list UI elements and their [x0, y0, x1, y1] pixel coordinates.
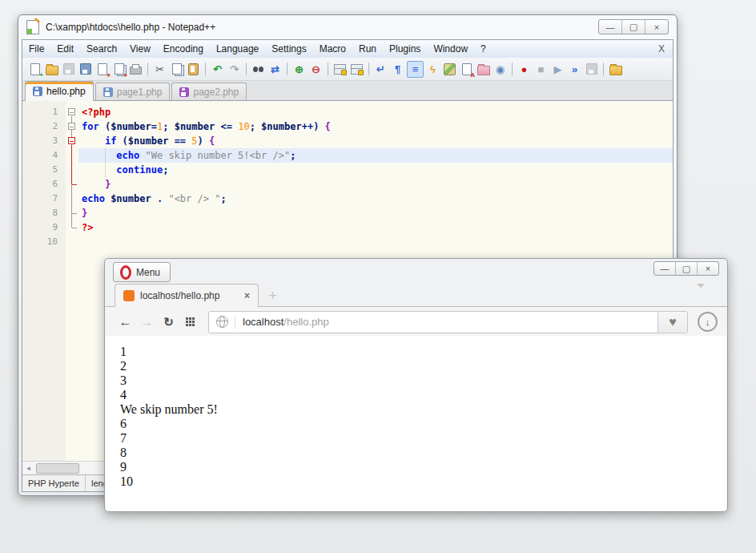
toolbar-separator: [205, 63, 206, 75]
window-controls: —▢×: [598, 19, 669, 34]
indent-guide: [105, 148, 106, 177]
code-line: echo "We skip number 5!<br />";: [82, 148, 296, 163]
paste-icon[interactable]: [186, 62, 201, 77]
folder-as-workspace-icon[interactable]: [476, 62, 491, 77]
line-number-gutter: 12345678910: [22, 101, 66, 461]
content-line: 1: [120, 345, 726, 359]
fold-collapse-icon[interactable]: [68, 123, 75, 130]
menu-item-language[interactable]: Language: [210, 40, 265, 58]
new-file-icon[interactable]: +: [27, 62, 42, 77]
download-button[interactable]: ↓: [698, 312, 718, 332]
maximize-button[interactable]: ▢: [621, 20, 645, 34]
minimize-button[interactable]: —: [599, 20, 621, 34]
line-number: 8: [26, 206, 58, 220]
tab-localhost-hello-php[interactable]: localhost/hello.php ×: [115, 284, 259, 307]
line-number: 9: [26, 220, 58, 235]
redo-icon[interactable]: ↷: [227, 62, 242, 77]
code-line: ?>: [82, 220, 93, 235]
undo-icon[interactable]: ↶: [210, 62, 225, 77]
find-icon[interactable]: [251, 62, 266, 77]
tab-menu-icon[interactable]: [697, 288, 714, 302]
scroll-left-arrow-icon[interactable]: ◂: [22, 462, 34, 474]
close-icon[interactable]: ●: [94, 62, 110, 77]
forward-button[interactable]: →: [136, 315, 158, 329]
notepadpp-icon: [26, 20, 39, 34]
content-line: 8: [120, 446, 726, 460]
content-line: 10: [120, 474, 726, 489]
macro-run-multiple-icon[interactable]: »: [567, 62, 582, 77]
menu-item-file[interactable]: File: [22, 40, 50, 58]
save-all-icon[interactable]: [78, 62, 93, 77]
line-number: 6: [26, 177, 58, 192]
maximize-button[interactable]: ▢: [675, 262, 697, 275]
line-number: 2: [26, 119, 58, 134]
menu-bar: FileEditSearchViewEncodingLanguageSettin…: [22, 40, 673, 58]
open-icon[interactable]: [44, 62, 59, 77]
opera-menu-button[interactable]: Menu: [113, 262, 171, 282]
menu-item-macro[interactable]: Macro: [313, 40, 352, 58]
macro-save-icon[interactable]: [584, 62, 599, 77]
speed-dial-icon[interactable]: [186, 317, 195, 327]
sync-horizontal-scrolling-icon[interactable]: [349, 62, 364, 77]
save-icon[interactable]: [61, 62, 76, 77]
back-button[interactable]: ←: [115, 315, 136, 329]
menu-item-edit[interactable]: Edit: [50, 40, 80, 58]
fold-collapse-icon[interactable]: [68, 137, 75, 144]
menu-item-run[interactable]: Run: [352, 40, 383, 58]
opera-titlebar[interactable]: Menu —▢×: [105, 259, 727, 283]
reload-button[interactable]: ↻: [158, 315, 179, 329]
code-line: if ($number == 5) {: [82, 134, 215, 148]
globe-icon: [216, 316, 228, 328]
copy-icon[interactable]: [169, 62, 184, 77]
macro-record-icon[interactable]: ●: [517, 62, 532, 77]
tab-label: page1.php: [117, 87, 163, 98]
menu-item-encoding[interactable]: Encoding: [157, 40, 210, 58]
notepadpp-titlebar[interactable]: C:\xampp\htdocs\hello.php - Notepad++ —▢…: [18, 15, 677, 38]
document-map-icon[interactable]: [442, 62, 457, 77]
menu-item-window[interactable]: Window: [427, 40, 474, 58]
sync-vertical-scrolling-icon[interactable]: [332, 62, 348, 77]
show-all-characters-icon[interactable]: ¶: [390, 62, 405, 77]
close-all-icon[interactable]: ●: [111, 62, 127, 77]
tab-hello-php[interactable]: hello.php: [25, 81, 94, 101]
browser-tab-bar: localhost/hello.php × +: [105, 283, 727, 307]
tab-title: localhost/hello.php: [140, 290, 239, 301]
document-list-icon[interactable]: A: [459, 62, 474, 77]
address-bar[interactable]: localhost /hello.php ♥: [208, 311, 688, 333]
tab-page2-php[interactable]: page2.php: [171, 83, 247, 100]
open-containing-folder-icon[interactable]: [608, 62, 623, 77]
code-line: <?php: [82, 105, 111, 119]
menu-item-search[interactable]: Search: [80, 40, 123, 58]
scrollbar-thumb[interactable]: [36, 463, 79, 474]
tab-page1-php[interactable]: page1.php: [95, 83, 171, 100]
opera-window: Menu —▢× localhost/hello.php × + ← → ↻: [104, 258, 728, 512]
fold-margin: [66, 101, 78, 461]
show-indent-guide-icon[interactable]: ≡: [407, 61, 424, 78]
macro-play-icon[interactable]: ▶: [550, 62, 565, 77]
fold-collapse-icon[interactable]: [68, 108, 75, 115]
floppy-icon: [179, 87, 189, 97]
menu-item-plugins[interactable]: Plugins: [383, 40, 427, 58]
close-button[interactable]: ×: [697, 262, 718, 275]
close-button[interactable]: ×: [645, 20, 668, 34]
word-wrap-icon[interactable]: ↵: [373, 62, 388, 77]
macro-stop-icon[interactable]: ■: [533, 62, 549, 77]
menu-item-settings[interactable]: Settings: [265, 40, 312, 58]
minimize-button[interactable]: —: [654, 262, 675, 275]
zoom-out-icon[interactable]: ⊖: [308, 62, 324, 77]
menu-item-help[interactable]: ?: [474, 40, 493, 58]
content-line: 6: [120, 417, 726, 431]
print-icon[interactable]: [128, 62, 143, 77]
replace-icon[interactable]: ⇄: [267, 62, 283, 77]
tab-close-icon[interactable]: ×: [244, 290, 250, 301]
new-tab-button[interactable]: +: [268, 288, 277, 303]
menu-item-view[interactable]: View: [123, 40, 157, 58]
line-number: 1: [26, 105, 58, 119]
bookmark-heart-button[interactable]: ♥: [657, 312, 687, 333]
cut-icon[interactable]: ✂: [152, 62, 167, 77]
menu-close-x[interactable]: X: [650, 43, 673, 54]
monitoring-icon[interactable]: ◉: [493, 62, 508, 77]
zoom-in-icon[interactable]: ⊕: [292, 62, 307, 77]
user-defined-language-icon[interactable]: ϟ: [425, 62, 440, 77]
tab-label: hello.php: [46, 86, 86, 97]
